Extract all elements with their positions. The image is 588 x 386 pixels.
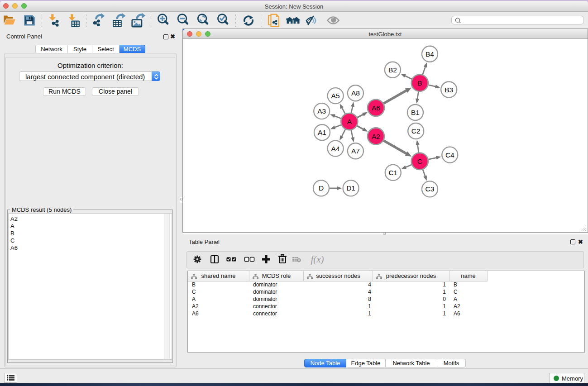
svg-text:C1: C1: [388, 169, 397, 176]
svg-text:C: C: [417, 157, 422, 165]
svg-text:A: A: [347, 118, 352, 125]
svg-text:C2: C2: [411, 127, 421, 135]
svg-text:f(x): f(x): [311, 254, 324, 265]
svg-text:A8: A8: [351, 89, 360, 97]
svg-text:D1: D1: [346, 184, 355, 192]
svg-text:B2: B2: [388, 66, 397, 74]
svg-text:D: D: [319, 184, 324, 192]
svg-text:A2: A2: [372, 133, 380, 140]
svg-text:A6: A6: [372, 104, 380, 112]
svg-text:A1: A1: [318, 129, 326, 136]
svg-text:B4: B4: [425, 50, 434, 58]
svg-text:A4: A4: [331, 145, 340, 152]
svg-text:B3: B3: [445, 86, 453, 94]
svg-text:B1: B1: [411, 109, 420, 116]
svg-text:A3: A3: [317, 107, 326, 115]
svg-text:A7: A7: [351, 147, 360, 155]
svg-text:B: B: [417, 79, 422, 87]
svg-text:A5: A5: [331, 92, 340, 100]
svg-text:C3: C3: [425, 185, 435, 193]
svg-text:C4: C4: [445, 151, 454, 159]
